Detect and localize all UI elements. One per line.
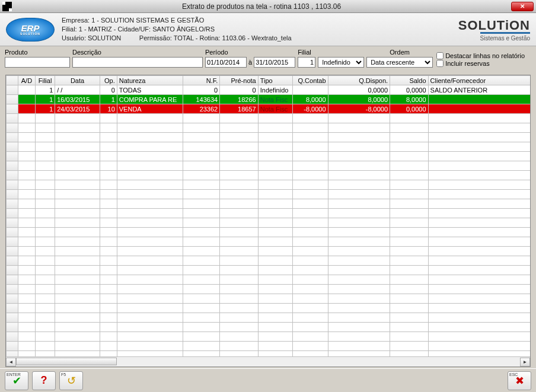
cell-natureza[interactable]: VENDA xyxy=(117,104,183,114)
grid-table[interactable]: A/D Filial Data Op. Natureza N.F. Pré-no… xyxy=(6,75,530,356)
cell-empty[interactable] xyxy=(183,247,219,256)
cell-empty[interactable] xyxy=(258,275,292,285)
table-row[interactable] xyxy=(7,190,531,199)
row-header[interactable] xyxy=(7,180,18,190)
row-header[interactable] xyxy=(7,247,18,256)
cell-empty[interactable] xyxy=(35,342,55,351)
cell-empty[interactable] xyxy=(220,142,258,152)
cell-empty[interactable] xyxy=(183,228,219,237)
cell-empty[interactable] xyxy=(258,133,292,142)
col-data[interactable]: Data xyxy=(55,76,100,85)
cell-empty[interactable] xyxy=(100,228,117,237)
table-row[interactable] xyxy=(7,313,531,323)
help-button[interactable]: ? xyxy=(32,371,56,390)
cell-empty[interactable] xyxy=(390,285,428,294)
cell-empty[interactable] xyxy=(428,161,530,171)
cell-empty[interactable] xyxy=(18,161,36,171)
cell-empty[interactable] xyxy=(55,351,100,357)
cell-empty[interactable] xyxy=(55,323,100,332)
cell-empty[interactable] xyxy=(183,275,219,285)
cell-empty[interactable] xyxy=(390,209,428,218)
cell-empty[interactable] xyxy=(35,142,55,152)
cell-empty[interactable] xyxy=(390,133,428,142)
cell-empty[interactable] xyxy=(100,190,117,199)
cell-empty[interactable] xyxy=(100,142,117,152)
cell-empty[interactable] xyxy=(117,266,183,275)
cell-empty[interactable] xyxy=(328,323,390,332)
cell-empty[interactable] xyxy=(292,304,328,313)
cell-saldo[interactable]: 0,0000 xyxy=(390,85,428,95)
cell-empty[interactable] xyxy=(183,342,219,351)
cell-empty[interactable] xyxy=(100,199,117,209)
cell-empty[interactable] xyxy=(292,275,328,285)
cell-qdispon[interactable]: 0,0000 xyxy=(328,85,390,95)
row-header[interactable] xyxy=(7,199,18,209)
cell-empty[interactable] xyxy=(390,332,428,342)
cell-empty[interactable] xyxy=(328,313,390,323)
cell-empty[interactable] xyxy=(55,285,100,294)
f5-button[interactable]: F5 ↺ xyxy=(59,371,83,390)
cell-empty[interactable] xyxy=(183,152,219,161)
col-cliente[interactable]: Cliente/Fornecedor xyxy=(428,76,530,85)
cell-empty[interactable] xyxy=(35,332,55,342)
cell-empty[interactable] xyxy=(328,199,390,209)
row-header[interactable] xyxy=(7,95,18,104)
cell-empty[interactable] xyxy=(428,133,530,142)
cell-empty[interactable] xyxy=(100,247,117,256)
cell-empty[interactable] xyxy=(428,190,530,199)
cell-empty[interactable] xyxy=(183,266,219,275)
cell-empty[interactable] xyxy=(428,313,530,323)
cell-empty[interactable] xyxy=(328,266,390,275)
cell-empty[interactable] xyxy=(258,114,292,123)
cell-empty[interactable] xyxy=(183,199,219,209)
table-row[interactable] xyxy=(7,247,531,256)
cell-empty[interactable] xyxy=(55,190,100,199)
cell-empty[interactable] xyxy=(428,218,530,228)
destacar-checkbox[interactable] xyxy=(436,52,444,59)
cell-empty[interactable] xyxy=(220,180,258,190)
cell-empty[interactable] xyxy=(328,228,390,237)
cell-empty[interactable] xyxy=(390,313,428,323)
cell-empty[interactable] xyxy=(328,142,390,152)
cell-empty[interactable] xyxy=(100,171,117,180)
cell-empty[interactable] xyxy=(258,313,292,323)
cell-empty[interactable] xyxy=(258,323,292,332)
table-row[interactable] xyxy=(7,266,531,275)
row-header[interactable] xyxy=(7,237,18,247)
enter-button[interactable]: ENTER ✔ xyxy=(5,371,28,390)
cell-empty[interactable] xyxy=(428,294,530,304)
cell-empty[interactable] xyxy=(258,332,292,342)
cell-empty[interactable] xyxy=(258,180,292,190)
table-row[interactable] xyxy=(7,332,531,342)
cell-empty[interactable] xyxy=(18,190,36,199)
cell-empty[interactable] xyxy=(183,256,219,266)
cell-filial[interactable]: 1 xyxy=(35,95,55,104)
row-header[interactable] xyxy=(7,342,18,351)
table-row[interactable] xyxy=(7,180,531,190)
row-header[interactable] xyxy=(7,332,18,342)
cell-empty[interactable] xyxy=(292,199,328,209)
row-header[interactable] xyxy=(7,152,18,161)
cell-empty[interactable] xyxy=(18,237,36,247)
cell-nf[interactable]: 0 xyxy=(183,85,219,95)
table-row[interactable] xyxy=(7,323,531,332)
cell-empty[interactable] xyxy=(35,209,55,218)
cell-empty[interactable] xyxy=(292,190,328,199)
cell-empty[interactable] xyxy=(258,152,292,161)
cell-empty[interactable] xyxy=(428,209,530,218)
cell-empty[interactable] xyxy=(55,171,100,180)
cell-empty[interactable] xyxy=(55,133,100,142)
cell-empty[interactable] xyxy=(35,190,55,199)
cell-empty[interactable] xyxy=(428,114,530,123)
cell-empty[interactable] xyxy=(220,285,258,294)
cell-empty[interactable] xyxy=(258,190,292,199)
table-row[interactable] xyxy=(7,123,531,133)
row-header[interactable] xyxy=(7,351,18,357)
filial-input[interactable] xyxy=(298,57,315,68)
cell-empty[interactable] xyxy=(100,304,117,313)
cell-empty[interactable] xyxy=(220,313,258,323)
cell-empty[interactable] xyxy=(35,351,55,357)
cell-empty[interactable] xyxy=(18,275,36,285)
row-header[interactable] xyxy=(7,161,18,171)
cell-empty[interactable] xyxy=(258,351,292,357)
